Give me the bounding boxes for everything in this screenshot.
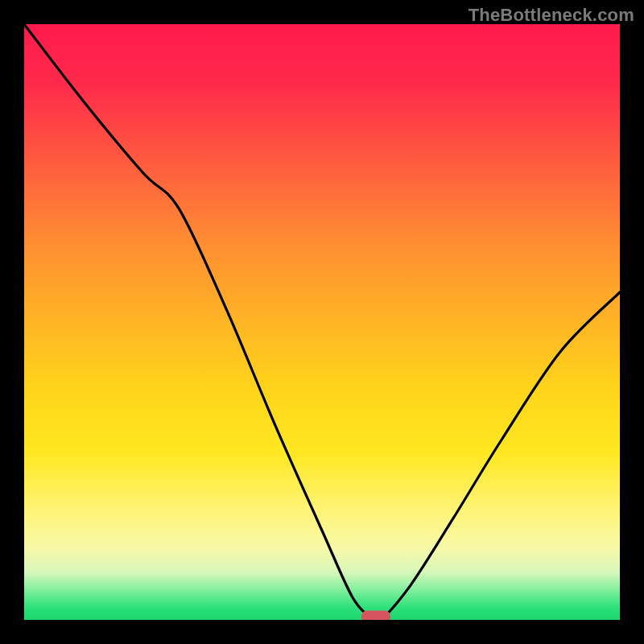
bottleneck-curve [24,24,620,620]
watermark-text: TheBottleneck.com [469,5,634,26]
plot-area [24,24,620,620]
chart-frame: TheBottleneck.com [0,0,644,644]
curve-layer [24,24,620,620]
optimal-marker [361,611,390,620]
